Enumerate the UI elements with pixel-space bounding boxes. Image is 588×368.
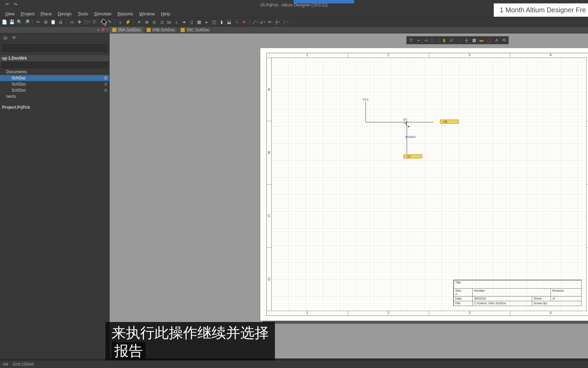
- schematic-canvas[interactable]: ▽ ＋ ▭ ⎸ ▮ ⇄ ↓ ┼ ▦ ▬ ◯ A ⟲ 1234: [110, 33, 588, 358]
- noerc2-icon[interactable]: ✖: [241, 19, 247, 25]
- tree-node-schdoc-a[interactable]: SchDocD: [0, 75, 109, 81]
- text-icon[interactable]: A: [493, 37, 500, 43]
- svg-line-2: [406, 121, 409, 122]
- comp-icon[interactable]: ▦: [471, 37, 477, 43]
- sheet-icon[interactable]: ▦: [196, 19, 202, 25]
- cut-icon[interactable]: ✂: [35, 19, 41, 25]
- tree-node-nents[interactable]: nents: [0, 93, 109, 99]
- panel-toolbar: 🗂 ⟳: [0, 33, 109, 42]
- device-icon[interactable]: ◫: [211, 19, 217, 25]
- find-icon[interactable]: 🔎: [24, 19, 30, 25]
- tree-group[interactable]: up 1.DsnWrk: [0, 55, 109, 61]
- harness-icon[interactable]: ⫼: [151, 19, 157, 25]
- tab-05a[interactable]: 05A.SchDoc: [110, 27, 144, 33]
- tree-node-documents[interactable]: Documents: [0, 69, 109, 75]
- schdoc-icon: [181, 28, 185, 32]
- menu-help[interactable]: Help: [158, 10, 173, 17]
- line-style-icon[interactable]: ／: [252, 19, 258, 25]
- tab-05b[interactable]: 05B.SchDoc: [144, 27, 178, 33]
- netlabel-icon[interactable]: Net: [166, 19, 172, 25]
- noerc-icon[interactable]: ✕: [233, 19, 240, 25]
- panel-pin-icon[interactable]: 📌: [101, 28, 105, 32]
- wire-icon[interactable]: ≡: [136, 19, 142, 25]
- power-icon[interactable]: ⏚: [117, 19, 124, 25]
- status-grid: Grid:100mil: [13, 362, 33, 367]
- wire[interactable]: [365, 122, 434, 122]
- probe-icon[interactable]: ⚡: [125, 19, 131, 25]
- open-icon[interactable]: 📄: [1, 19, 7, 25]
- menu-project[interactable]: Project: [18, 10, 37, 17]
- sheet2-icon[interactable]: ▬: [478, 37, 485, 43]
- copy-icon[interactable]: ⧉: [43, 19, 49, 25]
- panel-menu-icon[interactable]: ▾: [98, 28, 99, 32]
- save-icon[interactable]: 💾: [9, 19, 15, 25]
- menu-simulate[interactable]: Simulate: [91, 10, 115, 17]
- subtitle-overlay: 来执行此操作继续并选择 报告: [105, 322, 275, 361]
- menu-place[interactable]: Place: [37, 10, 55, 17]
- warn-icon[interactable]: ◯: [486, 37, 492, 43]
- tab-05c[interactable]: 05C.SchDoc: [178, 27, 212, 33]
- power-port-vcc[interactable]: VCC: [362, 98, 369, 101]
- align-left-icon[interactable]: ⎸: [430, 37, 437, 43]
- search-input[interactable]: [2, 44, 107, 52]
- netlabel-ac[interactable]: AC: [404, 154, 422, 158]
- menu-window[interactable]: Window: [136, 10, 158, 17]
- filter-icon[interactable]: ▽: [91, 19, 97, 25]
- undo-icon[interactable]: ↶: [4, 1, 10, 7]
- sheetentry-icon[interactable]: ▸: [203, 19, 210, 25]
- part-value[interactable]: 2N3904: [405, 135, 416, 139]
- menu-tools[interactable]: Tools: [75, 10, 91, 17]
- designator-q1[interactable]: Q1: [403, 118, 407, 121]
- drawing-area[interactable]: VCC Q1 2N3904: [272, 58, 586, 311]
- gnd-icon[interactable]: ⏚: [174, 19, 180, 25]
- res-icon[interactable]: ⇄: [448, 37, 455, 43]
- wire[interactable]: [407, 126, 407, 154]
- vcc-icon[interactable]: ⏶: [181, 19, 187, 25]
- col-headers-bottom: 1234: [267, 311, 588, 316]
- paste-icon[interactable]: 📋: [50, 19, 56, 25]
- move-icon[interactable]: ✥: [76, 19, 82, 25]
- title-highlight: [294, 0, 354, 3]
- panel-close-icon[interactable]: ×: [106, 28, 108, 32]
- plus-icon[interactable]: ＋: [415, 37, 422, 43]
- sel-rect-icon[interactable]: ▭: [423, 37, 429, 43]
- distribute-icon[interactable]: ≡: [267, 19, 273, 25]
- project-icon[interactable]: 🗂: [2, 35, 8, 41]
- print-icon[interactable]: 🖨: [58, 19, 64, 25]
- al-icon[interactable]: ⬓: [226, 19, 232, 25]
- tree-filter-row[interactable]: [1, 62, 108, 68]
- funnel-icon[interactable]: ▽: [408, 37, 414, 43]
- tree-node-schdoc-b[interactable]: SchDocD: [0, 81, 109, 87]
- menu-design[interactable]: Design: [55, 10, 75, 17]
- tree-node-project[interactable]: Project.PrjPcb: [0, 104, 109, 110]
- harness2-icon[interactable]: ▮: [218, 19, 225, 25]
- zoom-icon[interactable]: 🔍: [16, 19, 22, 25]
- transistor-symbol[interactable]: [404, 121, 410, 133]
- netlabel-ab[interactable]: AB: [440, 120, 459, 124]
- grid-v-icon[interactable]: ⋮: [282, 19, 288, 25]
- rect-icon[interactable]: ▭: [69, 19, 75, 25]
- junc-icon[interactable]: ┼: [463, 37, 470, 43]
- port-icon[interactable]: ⊐: [159, 19, 165, 25]
- refresh-icon[interactable]: ⟳: [11, 35, 17, 41]
- tab-label: 05B.SchDoc: [152, 28, 175, 32]
- projects-panel: 🗂 ⟳ up 1.DsnWrk Documents SchDocD SchDoc…: [0, 33, 110, 358]
- select-icon[interactable]: ⬚: [84, 19, 90, 25]
- align-icon[interactable]: ↙: [260, 19, 266, 25]
- tree-node-schdoc-c[interactable]: SchDocD: [0, 87, 109, 93]
- bar1-icon[interactable]: ▮: [441, 37, 447, 43]
- menu-reports[interactable]: Reports: [114, 10, 136, 17]
- redo-icon[interactable]: ↷: [12, 1, 18, 7]
- col-headers-top: 1234: [267, 53, 588, 58]
- tab-label: 05A.SchDoc: [118, 28, 141, 32]
- menu-view[interactable]: View: [2, 10, 18, 17]
- down-icon[interactable]: ↓: [456, 37, 462, 43]
- bus-icon[interactable]: ≣: [144, 19, 150, 25]
- clear-icon[interactable]: ⟲: [501, 37, 507, 43]
- trial-banner[interactable]: 1 Month Altium Designer Fre: [494, 3, 588, 17]
- status-bar: mil Grid:100mil: [0, 361, 588, 368]
- row-headers-right: ABCD: [586, 58, 588, 311]
- part-icon[interactable]: ▯: [189, 19, 195, 25]
- grid-h-icon[interactable]: ┼: [275, 19, 281, 25]
- wire[interactable]: [365, 102, 366, 122]
